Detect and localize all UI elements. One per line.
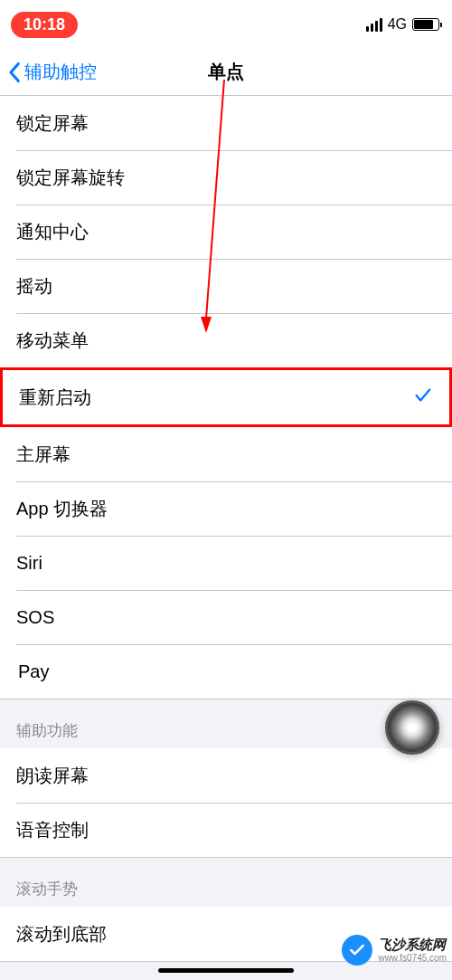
section-header-scroll: 滚动手势 [0, 857, 452, 907]
list-item[interactable]: SOS [0, 590, 452, 644]
status-time: 10:18 [11, 12, 78, 38]
list-item-label: 锁定屏幕旋转 [16, 166, 125, 190]
list-item-label: 重新启动 [19, 385, 91, 410]
options-list-1: 锁定屏幕锁定屏幕旋转通知中心摇动移动菜单重新启动主屏幕App 切换器SiriSO… [0, 96, 452, 699]
list-item-label: Siri [16, 553, 42, 574]
list-item[interactable]: Pay [0, 644, 452, 699]
list-item-label: Pay [18, 661, 49, 682]
list-item[interactable]: 重新启动 [0, 367, 452, 427]
list-item[interactable]: 主屏幕 [0, 427, 452, 481]
list-item-label: 主屏幕 [16, 442, 71, 467]
watermark: 飞沙系统网 www.fs0745.com [342, 935, 447, 966]
list-item[interactable]: 移动菜单 [0, 313, 452, 367]
list-item-label: App 切换器 [16, 497, 108, 521]
list-item-label: SOS [16, 607, 54, 628]
list-item-label: 摇动 [16, 274, 52, 299]
page-title: 单点 [208, 60, 244, 84]
list-item[interactable]: 通知中心 [0, 205, 452, 259]
checkmark-icon [413, 385, 433, 410]
back-button[interactable]: 辅助触控 [0, 60, 97, 84]
list-item-label: 滚动到底部 [16, 922, 107, 947]
assistive-touch-button[interactable] [385, 700, 439, 755]
list-item-label: 锁定屏幕 [16, 111, 89, 136]
list-item[interactable]: 朗读屏幕 [0, 748, 452, 803]
watermark-logo-icon [342, 935, 372, 966]
home-indicator [158, 968, 294, 973]
network-label: 4G [388, 16, 407, 33]
status-right: 4G [366, 16, 439, 33]
list-item[interactable]: 锁定屏幕 [0, 96, 452, 150]
section-header-accessibility: 辅助功能 [0, 699, 452, 748]
list-item-label: 通知中心 [16, 220, 89, 244]
watermark-url: www.fs0745.com [378, 953, 447, 963]
watermark-title: 飞沙系统网 [378, 937, 447, 953]
status-bar: 10:18 4G [0, 0, 452, 49]
battery-icon [412, 18, 439, 31]
list-item-label: 朗读屏幕 [16, 764, 89, 788]
list-item-label: 移动菜单 [16, 328, 89, 353]
back-label: 辅助触控 [24, 60, 97, 84]
list-item[interactable]: 语音控制 [0, 803, 452, 857]
list-item-label: 语音控制 [16, 818, 89, 842]
nav-bar: 辅助触控 单点 [0, 49, 452, 96]
list-item[interactable]: 锁定屏幕旋转 [0, 150, 452, 205]
chevron-left-icon [7, 62, 21, 83]
signal-icon [366, 18, 382, 32]
options-list-2: 朗读屏幕语音控制 [0, 748, 452, 857]
list-item[interactable]: Siri [0, 536, 452, 590]
list-item[interactable]: 摇动 [0, 259, 452, 313]
list-item[interactable]: App 切换器 [0, 481, 452, 536]
